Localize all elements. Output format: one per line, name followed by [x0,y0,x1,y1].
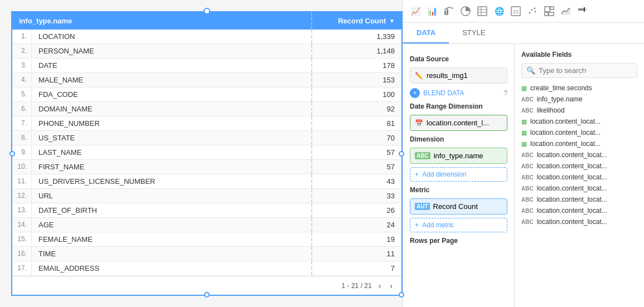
metric-value: Record Count [433,202,478,211]
field-item[interactable]: ABClocation.content_locat... [521,205,637,216]
row-count: 19 [312,232,401,246]
field-item[interactable]: ABClocation.content_locat... [521,160,637,172]
table-row[interactable]: 1. LOCATION 1,339 [12,30,401,44]
row-number: 5. [12,87,32,101]
field-item[interactable]: ABClocation.content_locat... [521,216,637,227]
field-item[interactable]: ▦location.content_locat... [521,127,637,138]
abc-field-icon: ABC [521,96,534,103]
abc-field-icon: ABC [521,152,534,158]
row-count: 26 [312,203,401,217]
tab-data[interactable]: DATA [403,23,449,43]
row-info-type: MALE_NAME [32,73,312,87]
table-chart-icon[interactable] [476,4,489,18]
table-row[interactable]: 5. FDA_CODE 100 [12,87,401,102]
date-range-row[interactable]: 📅 location.content_l... [410,115,507,131]
field-item[interactable]: ABClocation.content_locat... [521,183,637,194]
svg-rect-1 [447,9,448,15]
row-number: 14. [12,218,32,232]
table-row[interactable]: 13. DATE_OF_BIRTH 26 [12,203,401,218]
line-chart-icon[interactable]: 📈 [409,4,422,18]
treemap-icon[interactable] [543,4,556,18]
resize-handle-bottom-right[interactable] [399,292,404,298]
search-box[interactable]: 🔍 [521,63,637,78]
scorecard-icon[interactable]: 21 [509,4,522,18]
blend-data-label: BLEND DATA [423,89,464,97]
date-field-icon: ▦ [521,129,527,137]
next-page-button[interactable]: › [388,280,395,291]
table-row[interactable]: 14. AGE 24 [12,218,401,232]
table-row[interactable]: 17. EMAIL_ADDRESS 7 [12,261,401,276]
field-item[interactable]: ▦location.content_locat... [521,138,637,149]
table-row[interactable]: 4. MALE_NAME 153 [12,73,401,87]
field-item[interactable]: ▦create_time.seconds [521,82,637,94]
table-panel: info_type.name Record Count ▼ 1. LOCATIO… [11,11,403,296]
svg-rect-13 [545,7,550,12]
date-field-icon: ▦ [521,140,527,148]
field-name: location.content_locat... [537,196,607,203]
table-row[interactable]: 11. US_DRIVERS_LICENSE_NUMBER 43 [12,174,401,189]
bar-chart-icon[interactable]: 📊 [425,4,439,18]
geo-chart-icon[interactable]: 🌐 [492,4,506,18]
table-row[interactable]: 16. TIME 11 [12,247,401,261]
svg-point-11 [534,8,536,9]
svg-text:21: 21 [513,9,519,14]
combo-chart-icon[interactable] [442,4,456,18]
field-item[interactable]: ABClocation.content_locat... [521,149,637,160]
row-info-type: TIME [32,247,312,261]
row-count: 92 [312,102,401,116]
resize-handle-right[interactable] [399,151,404,157]
row-info-type: URL [32,189,312,203]
field-item[interactable]: ABClocation.content_locat... [521,172,637,183]
abc-field-icon: ABC [521,208,534,214]
field-item[interactable]: ABClikelihood [521,105,637,116]
row-info-type: LOCATION [32,30,312,43]
row-info-type: PHONE_NUMBER [32,116,312,130]
dimension-value: info_type.name [434,152,483,160]
field-item[interactable]: ▦location.content_locat... [521,116,637,127]
col-info-type-header[interactable]: info_type.name [12,12,312,30]
scatter-chart-icon[interactable] [526,4,539,18]
area-chart-icon[interactable] [559,4,573,18]
available-fields-title: Available Fields [521,51,637,59]
search-input[interactable] [539,66,632,75]
table-row[interactable]: 10. FIRST_NAME 57 [12,160,401,174]
bullet-chart-icon[interactable] [576,4,589,18]
abc-badge: ABC [415,152,430,159]
date-field-icon: ▦ [521,85,527,92]
pie-chart-icon[interactable] [459,4,472,18]
rows-per-page-label: Rows per Page [410,237,507,245]
table-row[interactable]: 7. PHONE_NUMBER 81 [12,116,401,131]
metric-chip[interactable]: AUT Record Count [410,198,507,215]
table-row[interactable]: 3. DATE 178 [12,59,401,73]
row-info-type: US_STATE [32,131,312,145]
table-row[interactable]: 9. LAST_NAME 57 [12,145,401,160]
table-row[interactable]: 2. PERSON_NAME 1,148 [12,44,401,59]
blend-data-button[interactable]: + BLEND DATA ? [410,88,507,98]
col-record-count-header[interactable]: Record Count ▼ [312,12,401,30]
resize-handle-bottom[interactable] [204,292,210,298]
dimension-chip[interactable]: ABC info_type.name [410,148,507,164]
field-name: location.content_locat... [537,207,607,215]
add-dimension-button[interactable]: + Add dimension [410,167,507,182]
config-panel: Data Source ✏️ results_img1 + BLEND DATA… [403,44,515,307]
table-row[interactable]: 8. US_STATE 70 [12,131,401,145]
tab-style[interactable]: STYLE [449,23,498,43]
row-count: 57 [312,160,401,174]
row-number: 10. [12,160,32,174]
field-item[interactable]: ABCinfo_type.name [521,94,637,105]
row-number: 17. [12,261,32,275]
panel-content: Data Source ✏️ results_img1 + BLEND DATA… [403,44,644,307]
row-number: 2. [12,44,32,58]
field-item[interactable]: ABClocation.content_locat... [521,194,637,205]
data-source-row[interactable]: ✏️ results_img1 [410,67,507,84]
field-name: location.content_locat... [537,162,607,170]
table-row[interactable]: 6. DOMAIN_NAME 92 [12,102,401,116]
row-count: 1,148 [312,44,401,58]
add-metric-button[interactable]: + Add metric [410,218,507,232]
resize-handle-left[interactable] [9,151,15,157]
table-row[interactable]: 12. URL 33 [12,189,401,203]
table-row[interactable]: 15. FEMALE_NAME 19 [12,232,401,247]
dimension-label: Dimension [410,135,507,143]
prev-page-button[interactable]: ‹ [376,280,384,291]
svg-rect-19 [578,8,584,11]
